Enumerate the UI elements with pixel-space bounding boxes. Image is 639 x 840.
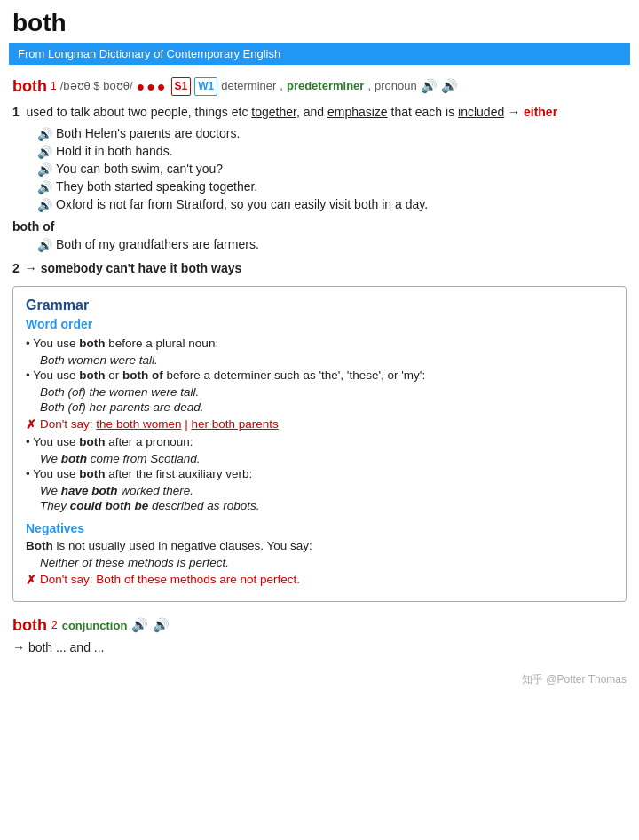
entry1-dots: ●●● — [137, 75, 168, 99]
entry1-word: both — [12, 74, 47, 99]
example-row-3: 🔊 You can both swim, can't you? — [37, 162, 627, 177]
negatives-example: Neither of these methods is perfect. — [40, 556, 613, 569]
grammar-rule-2: • You use both or both of before a deter… — [26, 368, 613, 382]
page-title: both — [0, 0, 639, 43]
either-link[interactable]: either — [524, 105, 557, 119]
pos-predeterminer: predeterminer — [287, 77, 364, 96]
example-text-2: Hold it in both hands. — [56, 144, 173, 158]
def2-number: 2 — [12, 261, 20, 275]
wrong-text-2: Don't say: Both of these methods are not… — [40, 573, 300, 586]
example-text-5: Oxford is not far from Stratford, so you… — [56, 197, 428, 211]
definition-2: 2 → somebody can't have it both ways — [12, 261, 627, 275]
example-text-3: You can both swim, can't you? — [56, 162, 223, 176]
grammar-example-2a: Both (of) the women were tall. — [40, 385, 613, 399]
entry2-sup: 2 — [51, 619, 58, 631]
x-mark-2: ✗ — [26, 573, 36, 587]
negatives-text: Both is not usually used in negative cla… — [26, 539, 613, 552]
example-text-4: They both started speaking together. — [56, 179, 257, 194]
entry-container: both1 /bəʊθ $ boʊθ/ ●●● S1 W1 determiner… — [0, 74, 639, 654]
grammar-rule-3: • You use both after a pronoun: — [26, 435, 613, 448]
both-of-example-row-1: 🔊 Both of my grandfathers are farmers. — [37, 237, 627, 252]
comma2: , — [367, 77, 371, 96]
source-banner: From Longman Dictionary of Contemporary … — [9, 43, 630, 65]
entry2-word: both — [12, 616, 47, 635]
entry2-meaning: → both ... and ... — [12, 640, 627, 654]
grammar-wrong-1: ✗ Don't say: the both women | her both p… — [26, 417, 613, 432]
def2-text: → somebody can't have it both ways — [25, 261, 242, 275]
speaker-entry2-2[interactable]: 🔊 — [153, 617, 170, 633]
entry2-pos: conjunction — [62, 619, 128, 632]
speaker-ex5[interactable]: 🔊 — [37, 198, 52, 212]
grammar-example-2b: Both (of) her parents are dead. — [40, 400, 613, 414]
both-of-examples: 🔊 Both of my grandfathers are farmers. — [37, 237, 627, 252]
x-mark-1: ✗ — [26, 417, 36, 432]
example-text-1: Both Helen's parents are doctors. — [56, 126, 240, 140]
example-row-4: 🔊 They both started speaking together. — [37, 179, 627, 194]
grammar-rule-1: • You use both before a plural noun: — [26, 337, 613, 350]
word-order-title: Word order — [26, 317, 613, 331]
def1-number: 1 — [12, 105, 20, 119]
pos-pronoun: pronoun — [375, 77, 417, 96]
both-of-example-text-1: Both of my grandfathers are farmers. — [56, 237, 259, 251]
example-row-2: 🔊 Hold it in both hands. — [37, 144, 627, 159]
negatives-title: Negatives — [26, 521, 613, 535]
badge-w1: W1 — [194, 77, 217, 96]
speaker-both-of[interactable]: 🔊 — [37, 238, 52, 252]
entry1-sup: 1 — [51, 78, 57, 95]
speaker-icon-1[interactable]: 🔊 — [421, 75, 438, 97]
comma1: , — [280, 77, 283, 96]
grammar-example-3: We both come from Scotland. — [40, 452, 613, 465]
speaker-ex1[interactable]: 🔊 — [37, 127, 52, 141]
both-of-label: both of — [12, 219, 627, 234]
speaker-icon-2[interactable]: 🔊 — [441, 75, 458, 97]
entry1-pronunciation: /bəʊθ $ boʊθ/ — [60, 77, 133, 96]
grammar-box: Grammar Word order • You use both before… — [12, 286, 627, 602]
examples-list: 🔊 Both Helen's parents are doctors. 🔊 Ho… — [37, 126, 627, 212]
def1-text: used to talk about two people, things et… — [23, 105, 524, 119]
entry1-header: both1 /bəʊθ $ boʊθ/ ●●● S1 W1 determiner… — [12, 74, 627, 99]
definition-1: 1 used to talk about two people, things … — [12, 105, 627, 119]
grammar-wrong-2: ✗ Don't say: Both of these methods are n… — [26, 573, 613, 587]
wrong-text-1: Don't say: the both women | her both par… — [40, 417, 279, 431]
speaker-ex2[interactable]: 🔊 — [37, 145, 52, 159]
speaker-ex4[interactable]: 🔊 — [37, 180, 52, 194]
speaker-ex3[interactable]: 🔊 — [37, 162, 52, 177]
grammar-example-4a: We have both worked there. — [40, 484, 613, 497]
entry2-header: both2 conjunction 🔊 🔊 — [12, 616, 627, 635]
badge-s1: S1 — [171, 77, 192, 96]
grammar-example-4b: They could both be described as robots. — [40, 499, 613, 512]
watermark: 知乎 @Potter Thomas — [0, 663, 639, 696]
example-row-1: 🔊 Both Helen's parents are doctors. — [37, 126, 627, 141]
grammar-example-1: Both women were tall. — [40, 353, 613, 367]
speaker-entry2-1[interactable]: 🔊 — [131, 617, 148, 633]
pos-determiner: determiner — [221, 77, 276, 96]
grammar-rule-4: • You use both after the first auxiliary… — [26, 467, 613, 480]
grammar-title: Grammar — [26, 297, 613, 313]
example-row-5: 🔊 Oxford is not far from Stratford, so y… — [37, 197, 627, 212]
